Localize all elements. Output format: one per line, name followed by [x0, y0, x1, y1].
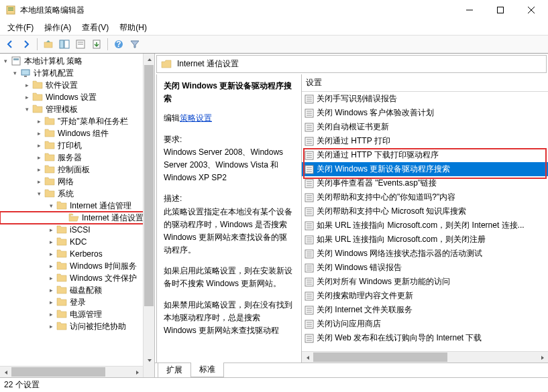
tree-node[interactable]: ▸"开始"菜单和任务栏 [0, 115, 154, 127]
list-header-setting[interactable]: 设置 [302, 74, 548, 92]
tree-label: 服务器 [58, 152, 82, 164]
tree-label: "开始"菜单和任务栏 [58, 116, 128, 127]
description-p3: 如果禁用此策略设置，则在没有找到本地驱动程序时，总是搜索 Windows 更新网… [164, 299, 294, 338]
expand-icon[interactable]: ▸ [47, 322, 55, 330]
expand-icon[interactable]: ▸ [35, 178, 43, 186]
tree-scrollbar-v[interactable] [143, 54, 154, 377]
up-button[interactable] [41, 37, 56, 52]
help-button[interactable]: ? [111, 37, 126, 52]
expand-icon[interactable]: ▸ [23, 93, 31, 101]
menu-help[interactable]: 帮助(H) [115, 21, 152, 35]
policy-list-item[interactable]: 关闭访问应用商店 [302, 317, 548, 331]
tree-node[interactable]: ▸访问被拒绝协助 [0, 320, 154, 332]
expand-icon[interactable]: ▸ [47, 310, 55, 318]
tree-node[interactable]: ▸软件设置 [0, 79, 154, 91]
collapse-icon[interactable]: ▾ [35, 190, 43, 198]
expand-icon[interactable]: ▸ [35, 141, 43, 149]
tree-scrollbar-h[interactable] [0, 366, 143, 377]
statusbar: 22 个设置 [0, 377, 548, 392]
list-body[interactable]: 关闭手写识别错误报告关闭 Windows 客户体验改善计划关闭自动根证书更新关闭… [302, 92, 548, 363]
expand-icon[interactable]: ▸ [47, 298, 55, 306]
expand-icon[interactable]: ▸ [23, 81, 31, 89]
tree-node[interactable]: ▸打印机 [0, 139, 154, 151]
expand-icon[interactable]: ▸ [47, 226, 55, 234]
export-button[interactable] [89, 37, 104, 52]
scrollbar-thumb[interactable] [313, 352, 447, 362]
list-scrollbar-h[interactable] [302, 351, 548, 363]
tree-system[interactable]: ▾系统 [0, 188, 154, 200]
folder-icon [56, 237, 67, 247]
tree-node[interactable]: ▸登录 [0, 296, 154, 308]
tree-root[interactable]: ▾本地计算机 策略 [0, 55, 154, 67]
tree-node[interactable]: ▸iSCSI [0, 224, 154, 236]
policy-list-item[interactable]: 关闭 Windows 错误报告 [302, 261, 548, 275]
folder-icon [44, 152, 55, 163]
policy-list-item[interactable]: 关闭 Windows 客户体验改善计划 [302, 106, 548, 120]
expand-icon[interactable]: ▸ [47, 250, 55, 258]
tree-node[interactable]: ▸Kerberos [0, 248, 154, 260]
tree-label: 系统 [58, 188, 74, 200]
policy-list-item[interactable]: 关闭对所有 Windows 更新功能的访问 [302, 275, 548, 289]
policy-list-item[interactable]: 关闭搜索助理内容文件更新 [302, 289, 548, 303]
tree-admin-templates[interactable]: ▾管理模板 [0, 103, 154, 115]
tab-standard[interactable]: 标准 [190, 363, 224, 377]
policy-list-item[interactable]: 关闭通过 HTTP 下载打印驱动程序 [302, 148, 548, 162]
policy-list-item[interactable]: 关闭 Windows 网络连接状态指示器的活动测试 [302, 247, 548, 261]
properties-button[interactable] [73, 37, 88, 52]
expand-icon[interactable]: ▸ [35, 166, 43, 174]
policy-list-item[interactable]: 关闭帮助和支持中心的"你知道吗?"内容 [302, 190, 548, 204]
tree-node[interactable]: ▸控制面板 [0, 164, 154, 176]
edit-policy-link[interactable]: 策略设置 [180, 113, 212, 123]
tree-computer-config[interactable]: ▾计算机配置 [0, 67, 154, 79]
collapse-icon[interactable]: ▾ [47, 202, 55, 210]
policy-list-item[interactable]: 关闭手写识别错误报告 [302, 92, 548, 106]
menu-file[interactable]: 文件(F) [3, 21, 38, 35]
policy-item-label: 关闭帮助和支持中心的"你知道吗?"内容 [317, 192, 455, 203]
scrollbar-thumb[interactable] [11, 367, 105, 377]
collapse-icon[interactable]: ▾ [23, 105, 31, 113]
minimize-button[interactable] [454, 0, 485, 20]
scrollbar-thumb[interactable] [144, 65, 154, 306]
collapse-icon[interactable]: ▾ [1, 57, 9, 65]
policy-list-item[interactable]: 关闭 Windows 更新设备驱动程序搜索 [302, 162, 548, 176]
expand-icon[interactable]: ▸ [35, 153, 43, 161]
svg-rect-7 [44, 42, 52, 48]
tree-pane[interactable]: ▾本地计算机 策略▾计算机配置▸软件设置▸Windows 设置▾管理模板▸"开始… [0, 54, 155, 377]
expand-icon[interactable]: ▸ [47, 274, 55, 282]
expand-icon[interactable]: ▸ [47, 262, 55, 270]
policy-list-item[interactable]: 关闭帮助和支持中心 Microsoft 知识库搜索 [302, 204, 548, 218]
menu-view[interactable]: 查看(V) [77, 21, 113, 35]
policy-list-item[interactable]: 关闭事件查看器 "Events.asp"链接 [302, 176, 548, 190]
show-hide-tree-button[interactable] [57, 37, 72, 52]
policy-list-item[interactable]: 关闭 Web 发布和在线订购向导的 Internet 下载 [302, 331, 548, 345]
filter-button[interactable] [127, 37, 142, 52]
policy-list-item[interactable]: 如果 URL 连接指向 Microsoft.com，则关闭注册 [302, 233, 548, 247]
collapse-icon[interactable]: ▾ [11, 69, 19, 77]
tree-node[interactable]: ▸Windows 文件保护 [0, 272, 154, 284]
expand-icon[interactable]: ▸ [35, 129, 43, 137]
tree-node[interactable]: ▸服务器 [0, 151, 154, 164]
tab-extended[interactable]: 扩展 [158, 363, 191, 377]
tree-node[interactable]: ▸电源管理 [0, 308, 154, 320]
expand-icon[interactable]: ▸ [47, 238, 55, 246]
policy-list-item[interactable]: 关闭通过 HTTP 打印 [302, 134, 548, 148]
folder-icon [44, 176, 55, 187]
close-button[interactable] [516, 0, 547, 20]
tree-internet-mgmt[interactable]: ▾Internet 通信管理 [0, 200, 154, 212]
forward-button[interactable] [19, 37, 34, 52]
expand-icon[interactable]: ▸ [47, 286, 55, 294]
policy-list-item[interactable]: 关闭自动根证书更新 [302, 120, 548, 134]
policy-list-item[interactable]: 关闭 Internet 文件关联服务 [302, 303, 548, 317]
maximize-button[interactable] [485, 0, 516, 20]
tree-node[interactable]: ▸KDC [0, 236, 154, 248]
expand-icon[interactable]: ▸ [35, 117, 43, 125]
tree-node[interactable]: ▸Windows 时间服务 [0, 260, 154, 272]
back-button[interactable] [3, 37, 17, 52]
tree-node[interactable]: ▸Windows 组件 [0, 127, 154, 139]
policy-list-item[interactable]: 如果 URL 连接指向 Microsoft.com，则关闭 Internet 连… [302, 218, 548, 233]
menu-action[interactable]: 操作(A) [40, 21, 76, 35]
tree-node[interactable]: ▸Windows 设置 [0, 91, 154, 103]
tree-node[interactable]: ▸网络 [0, 176, 154, 188]
tree-internet-settings[interactable]: Internet 通信设置 [0, 212, 154, 224]
tree-node[interactable]: ▸磁盘配额 [0, 284, 154, 296]
